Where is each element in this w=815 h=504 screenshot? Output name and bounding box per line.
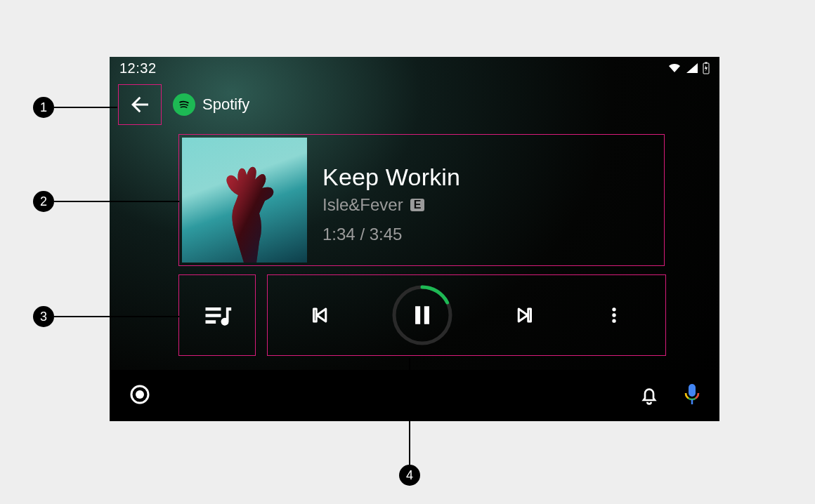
- play-pause-button[interactable]: [391, 284, 454, 347]
- now-playing-card[interactable]: Keep Workin Isle&Fever E 1:34 / 3:45: [178, 134, 665, 266]
- time-row: 1:34 / 3:45: [322, 225, 460, 244]
- svg-point-7: [612, 319, 615, 322]
- track-metadata: Keep Workin Isle&Fever E 1:34 / 3:45: [322, 157, 460, 244]
- svg-rect-1: [705, 62, 708, 64]
- status-time: 12:32: [119, 60, 157, 77]
- system-nav-bar: [110, 370, 719, 421]
- battery-icon: [703, 62, 710, 74]
- annotation-2: 2: [33, 191, 54, 212]
- app-name: Spotify: [202, 95, 249, 114]
- notifications-button[interactable]: [638, 383, 660, 409]
- header: Spotify: [110, 79, 719, 130]
- svg-rect-3: [415, 306, 420, 324]
- total-duration: 3:45: [370, 225, 403, 244]
- more-button[interactable]: [597, 298, 631, 332]
- pause-icon: [410, 303, 434, 327]
- bell-icon: [638, 383, 660, 406]
- svg-point-6: [612, 313, 615, 317]
- transport-controls: [267, 274, 666, 356]
- annotation-4: 4: [399, 465, 420, 486]
- skip-previous-icon: [306, 303, 332, 328]
- circle-icon: [128, 383, 152, 406]
- explicit-badge: E: [410, 199, 425, 211]
- elapsed-time: 1:34: [322, 225, 356, 244]
- back-button[interactable]: [118, 84, 162, 125]
- svg-rect-4: [424, 306, 429, 324]
- spotify-icon: [173, 93, 195, 116]
- annotation-3: 3: [33, 306, 54, 327]
- previous-button[interactable]: [302, 298, 336, 332]
- svg-point-9: [136, 390, 144, 399]
- svg-point-5: [612, 307, 615, 311]
- assistant-button[interactable]: [683, 383, 701, 409]
- album-art-image: [209, 157, 286, 263]
- wifi-icon: [667, 62, 682, 74]
- next-button[interactable]: [509, 298, 542, 332]
- annotation-1: 1: [33, 97, 54, 118]
- mic-icon: [683, 383, 701, 406]
- queue-button[interactable]: [178, 274, 256, 356]
- more-vert-icon: [604, 305, 624, 325]
- launcher-button[interactable]: [128, 383, 152, 409]
- app-identity: Spotify: [169, 93, 249, 116]
- signal-icon: [686, 62, 698, 74]
- track-title: Keep Workin: [322, 164, 460, 191]
- controls-row: [178, 274, 719, 356]
- arrow-left-icon: [127, 92, 152, 117]
- skip-next-icon: [513, 303, 538, 328]
- status-icons: [667, 62, 710, 74]
- device-screen: 12:32 Spotify Keep Work: [110, 57, 719, 421]
- album-art: [182, 138, 307, 263]
- queue-music-icon: [202, 300, 233, 331]
- svg-rect-10: [689, 384, 696, 397]
- status-bar: 12:32: [110, 57, 719, 79]
- artist-row: Isle&Fever E: [322, 195, 460, 215]
- artist-name: Isle&Fever: [322, 195, 403, 215]
